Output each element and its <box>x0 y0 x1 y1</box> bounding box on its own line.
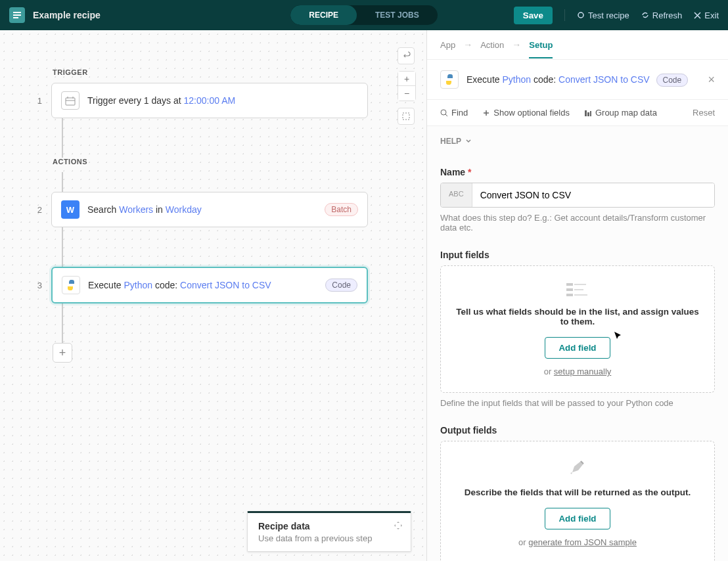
output-fields-label: Output fields <box>440 425 715 436</box>
add-output-field-button[interactable]: Add field <box>545 508 610 529</box>
breadcrumb-app[interactable]: App <box>440 40 455 50</box>
timer-icon <box>61 91 80 110</box>
recipe-canvas[interactable]: + − TRIGGER 1 Trigger every 1 days at 12… <box>0 30 426 561</box>
svg-rect-1 <box>13 14 21 16</box>
svg-rect-13 <box>574 289 583 290</box>
svg-rect-10 <box>566 283 573 286</box>
svg-rect-5 <box>66 98 75 105</box>
actions-section-label: ACTIONS <box>53 158 368 166</box>
input-type-badge: ABC <box>441 183 472 207</box>
svg-rect-11 <box>574 284 586 285</box>
bar-icon <box>584 109 592 117</box>
add-input-field-button[interactable]: Add field <box>545 337 610 359</box>
app-logo-icon <box>9 7 25 23</box>
input-fields-hint: Define the input fields that will be pas… <box>440 398 715 408</box>
reset-button[interactable]: Reset <box>693 108 715 118</box>
code-badge: Code <box>656 74 689 87</box>
python-icon <box>62 276 80 294</box>
step-number: 3 <box>33 280 42 290</box>
breadcrumb-action[interactable]: Action <box>480 40 504 50</box>
svg-rect-12 <box>566 288 573 291</box>
chevron-right-icon: → <box>512 39 521 50</box>
step-execute-python[interactable]: Execute Python code: Convert JSON to CSV… <box>51 267 368 303</box>
batch-badge: Batch <box>325 203 358 216</box>
step-number: 1 <box>33 96 42 106</box>
step-trigger[interactable]: Trigger every 1 days at 12:00:00 AM <box>51 83 368 118</box>
breadcrumb: App → Action → Setup <box>427 30 728 60</box>
generate-json-link[interactable]: generate from JSON sample <box>528 537 637 547</box>
drag-handle-icon[interactable] <box>394 521 403 532</box>
recipe-data-title: Recipe data <box>258 521 400 531</box>
setup-manually-link[interactable]: setup manually <box>554 367 611 376</box>
svg-rect-0 <box>13 12 21 13</box>
close-panel-button[interactable]: × <box>708 73 715 87</box>
refresh-icon <box>641 11 649 19</box>
list-icon <box>454 282 701 299</box>
recipe-data-panel[interactable]: Recipe data Use data from a previous ste… <box>247 511 411 552</box>
fit-button[interactable] <box>398 108 415 125</box>
chevron-right-icon: → <box>463 39 472 50</box>
breadcrumb-setup[interactable]: Setup <box>529 40 553 58</box>
svg-rect-2 <box>13 17 18 18</box>
svg-point-6 <box>441 110 446 115</box>
panel-title: Execute Python code: Convert JSON to CSV… <box>466 74 700 85</box>
svg-rect-8 <box>587 112 589 116</box>
save-button[interactable]: Save <box>514 7 553 24</box>
name-hint: What does this step do? E.g.: Get accoun… <box>440 213 715 233</box>
group-map-button[interactable]: Group map data <box>584 108 657 118</box>
trigger-section-label: TRIGGER <box>53 68 368 76</box>
svg-rect-15 <box>574 294 587 296</box>
recipe-data-subtitle: Use data from a previous step <box>258 533 400 543</box>
svg-point-3 <box>578 12 583 18</box>
workday-icon: W <box>61 200 80 219</box>
find-button[interactable]: Find <box>440 108 468 118</box>
view-toggle: RECIPE TEST JOBS <box>290 5 437 25</box>
svg-rect-7 <box>585 110 587 116</box>
refresh-link[interactable]: Refresh <box>641 11 683 20</box>
plus-icon <box>482 109 490 117</box>
search-icon <box>440 109 448 117</box>
help-toggle[interactable]: HELP <box>440 126 715 156</box>
output-fields-empty: Describe the fields that will be returne… <box>440 441 715 561</box>
close-icon <box>694 12 701 19</box>
svg-rect-9 <box>590 111 591 116</box>
topbar: Example recipe RECIPE TEST JOBS Save Tes… <box>0 0 728 30</box>
show-optional-button[interactable]: Show optional fields <box>482 108 570 118</box>
undo-button[interactable] <box>398 47 415 64</box>
name-input[interactable] <box>472 183 714 207</box>
gear-icon <box>577 11 585 19</box>
setup-panel: App → Action → Setup Execute Python code… <box>426 30 728 561</box>
step-search-workers[interactable]: W Search Workers in Workday Batch <box>51 192 368 227</box>
input-fields-label: Input fields <box>440 250 715 260</box>
tab-recipe[interactable]: RECIPE <box>290 5 357 25</box>
zoom-in-button[interactable]: + <box>398 72 415 86</box>
add-step-button[interactable]: + <box>53 343 72 363</box>
name-label: Name * <box>440 167 715 177</box>
svg-rect-14 <box>566 294 573 296</box>
tab-test-jobs[interactable]: TEST JOBS <box>357 5 438 25</box>
step-number: 2 <box>33 205 42 215</box>
python-icon <box>440 70 459 89</box>
zoom-out-button[interactable]: − <box>398 86 415 101</box>
svg-rect-4 <box>403 113 409 120</box>
pen-icon <box>454 457 701 480</box>
code-badge: Code <box>325 279 357 292</box>
chevron-down-icon <box>465 138 472 145</box>
test-recipe-link[interactable]: Test recipe <box>577 11 629 20</box>
recipe-title: Example recipe <box>33 10 101 20</box>
input-fields-empty: Tell us what fields should be in the lis… <box>440 265 715 393</box>
exit-link[interactable]: Exit <box>694 11 719 20</box>
